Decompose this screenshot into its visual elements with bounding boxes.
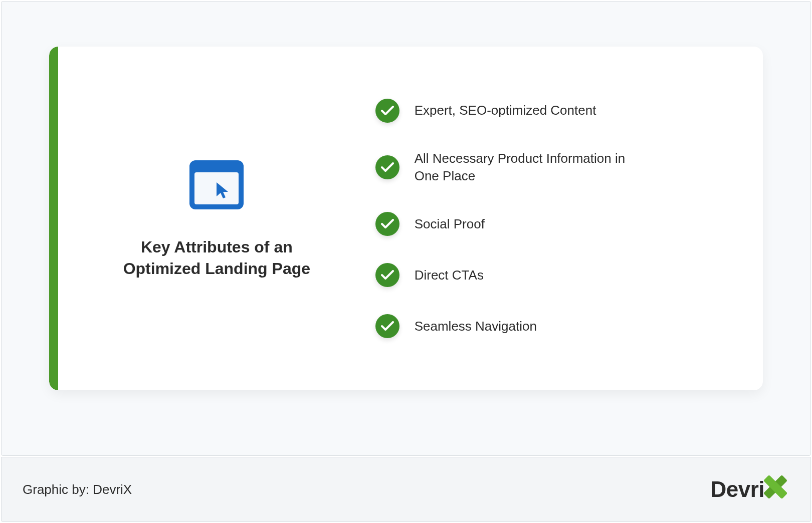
- list-item-text: Social Proof: [415, 215, 485, 233]
- list-item-text: Direct CTAs: [415, 267, 484, 284]
- list-item: Direct CTAs: [375, 263, 743, 287]
- landing-page-icon: [186, 157, 247, 214]
- checklist: Expert, SEO-optimized Content All Necess…: [375, 47, 763, 390]
- footer: Graphic by: DevriX Devri: [1, 457, 811, 522]
- check-icon: [375, 263, 399, 287]
- footer-credit: Graphic by: DevriX: [23, 482, 132, 497]
- card-title: Key Attributes of an Optimized Landing P…: [123, 236, 310, 280]
- brand-text: Devri: [710, 477, 764, 502]
- card-body: Key Attributes of an Optimized Landing P…: [58, 47, 763, 390]
- list-item-text: All Necessary Product Information in One…: [415, 150, 635, 185]
- list-item: Seamless Navigation: [375, 314, 743, 338]
- list-item: Social Proof: [375, 212, 743, 236]
- list-item: All Necessary Product Information in One…: [375, 150, 743, 185]
- left-panel: Key Attributes of an Optimized Landing P…: [58, 47, 375, 390]
- list-item-text: Expert, SEO-optimized Content: [415, 102, 596, 119]
- brand-logo: Devri: [710, 476, 789, 503]
- check-icon: [375, 155, 399, 179]
- content-card: Key Attributes of an Optimized Landing P…: [49, 47, 763, 390]
- list-item-text: Seamless Navigation: [415, 318, 537, 335]
- list-item: Expert, SEO-optimized Content: [375, 99, 743, 123]
- card-title-line2: Optimized Landing Page: [123, 259, 310, 278]
- brand-x-icon: [761, 473, 789, 503]
- check-icon: [375, 99, 399, 123]
- card-title-line1: Key Attributes of an: [141, 238, 293, 256]
- accent-bar: [49, 47, 58, 390]
- check-icon: [375, 314, 399, 338]
- main-area: Key Attributes of an Optimized Landing P…: [1, 1, 811, 456]
- check-icon: [375, 212, 399, 236]
